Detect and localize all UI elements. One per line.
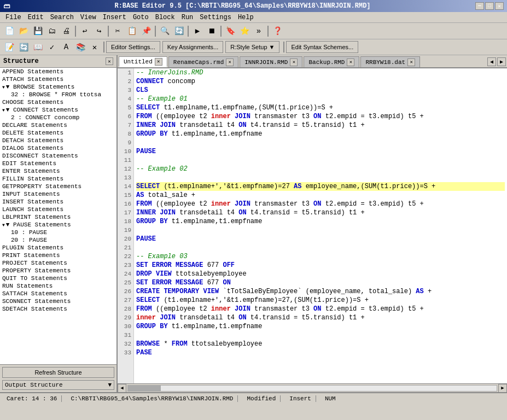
output-structure-dropdown[interactable]: Output Structure ▼ (2, 380, 114, 390)
minimize-button[interactable]: — (475, 2, 484, 10)
undo-button[interactable]: ↩ (78, 25, 91, 37)
paste-button[interactable]: 📌 (139, 25, 153, 37)
toolbar2-icon5[interactable]: A (60, 41, 73, 53)
menu-goto[interactable]: Goto (130, 13, 152, 22)
toolbar2-icon7[interactable]: ✕ (88, 41, 101, 53)
tab-close-button[interactable]: ✕ (155, 58, 162, 66)
menu-run[interactable]: Run (178, 13, 197, 22)
code-line[interactable]: INNER JOIN transdetail t4 ON t4.transid … (136, 121, 505, 130)
menu-file[interactable]: File (2, 13, 25, 22)
code-line[interactable]: -- Example 02 (136, 165, 505, 173)
editor-settings-button[interactable]: Editor Settings... (106, 41, 160, 53)
code-line[interactable]: -- Example 03 (136, 252, 505, 261)
tab-RRBYW18-dat[interactable]: RRBYW18.dat✕ (360, 56, 420, 67)
help-icon-button[interactable]: ❓ (271, 25, 284, 37)
toolbar2-icon2[interactable]: 🔄 (17, 41, 30, 53)
tree-item[interactable]: CHOOSE Statements (0, 98, 116, 106)
tree-item[interactable]: INSERT Statements (0, 198, 116, 206)
toolbar2-icon4[interactable]: ✓ (45, 41, 59, 53)
tree-item[interactable]: PROPERTY Statements (0, 267, 116, 275)
code-line[interactable]: inner JOIN transdetail t4 ON t4.transid … (136, 313, 505, 322)
tree-item[interactable]: INPUT Statements (0, 190, 116, 198)
code-line[interactable]: CREATE TEMPORARY VIEW `tTotSaleByEmploye… (136, 287, 505, 296)
code-line[interactable] (136, 156, 505, 165)
tab-Untitled[interactable]: Untitled✕ (119, 56, 167, 67)
code-line[interactable]: SELECT (t1.emplname+','&t1.empfname)=27 … (136, 182, 505, 191)
tree-item[interactable]: 20 : PAUSE (0, 236, 116, 244)
tree-item[interactable]: ▼ PAUSE Statements (0, 221, 116, 229)
tab-Backup-RMD[interactable]: Backup.RMD✕ (304, 56, 359, 67)
tree-item[interactable]: QUIT TO Statements (0, 275, 116, 282)
code-content[interactable]: -- InnerJoins.RMDCONNECT concompCLS-- Ex… (134, 68, 507, 383)
rstyle-setup-button[interactable]: R:Style Setup ▼ (225, 41, 279, 53)
save-file-button[interactable]: 💾 (31, 25, 44, 37)
tab-prev-button[interactable]: ◀ (487, 57, 496, 66)
code-line[interactable]: PASE (136, 348, 505, 357)
horizontal-scrollbar[interactable]: ◀ ▶ (118, 383, 507, 392)
tree-item[interactable]: ▼ BROWSE Statements (0, 83, 116, 91)
code-line[interactable]: GROUP BY t1.emplname,t1.empfname (136, 130, 505, 138)
tree-item[interactable]: ATTACH Statements (0, 75, 116, 83)
menu-insert[interactable]: Insert (100, 13, 130, 22)
code-line[interactable]: CONNECT concomp (136, 77, 505, 86)
replace-button[interactable]: 🔄 (172, 25, 185, 37)
tree-item[interactable]: FILLIN Statements (0, 175, 116, 183)
find-button[interactable]: 🔍 (158, 25, 171, 37)
tree-item[interactable]: DIALOG Statements (0, 144, 116, 152)
tree-item[interactable]: DELETE Statements (0, 129, 116, 137)
tab-close-button[interactable]: ✕ (226, 59, 234, 66)
code-line[interactable]: SELECT (t1.emplname+','&t1.empfname)=27,… (136, 296, 505, 305)
scroll-track[interactable] (127, 385, 497, 392)
refresh-structure-button[interactable]: Refresh Structure (2, 367, 114, 378)
code-line[interactable] (136, 243, 505, 252)
bookmark-button[interactable]: 🔖 (224, 25, 237, 37)
tree-item[interactable]: LBLPRINT Statements (0, 213, 116, 221)
maximize-button[interactable]: □ (485, 2, 494, 10)
code-line[interactable]: FROM ((employee t2 inner JOIN transmaste… (136, 305, 505, 313)
tree-item[interactable]: 2 : CONNECT concomp (0, 114, 116, 121)
tree-item[interactable]: DISCONNECT Statements (0, 152, 116, 160)
tree-item[interactable]: SCONNECT Statements (0, 298, 116, 305)
scroll-thumb[interactable] (128, 386, 161, 391)
toolbar2-icon1[interactable]: 📝 (3, 41, 16, 53)
tab-close-button[interactable]: ✕ (407, 59, 415, 66)
key-assignments-button[interactable]: Key Assignments... (162, 41, 224, 53)
tree-item[interactable]: PROJECT Statements (0, 259, 116, 267)
tree-item[interactable]: RUN Statements (0, 282, 116, 290)
print-button[interactable]: 🖨 (60, 25, 73, 37)
tab-RenameCaps-rmd[interactable]: RenameCaps.rmd✕ (168, 56, 238, 67)
code-line[interactable]: BROWSE * FROM ttotsalebyemployee (136, 340, 505, 348)
code-line[interactable]: INNER JOIN transdetail t4 ON t4.transid … (136, 208, 505, 217)
code-line[interactable]: SELECT t1.emplname,t1.empfname,(SUM(t1.p… (136, 103, 505, 112)
code-line[interactable]: CLS (136, 86, 505, 95)
menu-search[interactable]: Search (47, 13, 77, 22)
new-file-button[interactable]: 📄 (3, 25, 16, 37)
tree-item[interactable]: LAUNCH Statements (0, 206, 116, 213)
code-line[interactable] (136, 138, 505, 147)
structure-tree[interactable]: APPEND StatementsATTACH Statements▼ BROW… (0, 68, 116, 364)
menu-block[interactable]: Block (152, 13, 178, 22)
code-line[interactable] (136, 331, 505, 340)
code-line[interactable]: FROM ((employee t2 inner JOIN transmaste… (136, 200, 505, 208)
tab-next-button[interactable]: ▶ (497, 57, 506, 66)
tree-item[interactable]: 32 : BROWSE * FROM ttotsa (0, 91, 116, 98)
structure-close-button[interactable]: ✕ (106, 57, 113, 65)
menu-settings[interactable]: Settings (196, 13, 235, 22)
tree-item[interactable]: SDETACH Statements (0, 305, 116, 313)
code-line[interactable] (136, 226, 505, 235)
scroll-right-button[interactable]: ▶ (498, 384, 507, 393)
code-line[interactable]: SET ERROR MESSAGE 677 ON (136, 278, 505, 287)
tab-close-button[interactable]: ✕ (347, 59, 354, 66)
menu-view[interactable]: View (77, 13, 100, 22)
edit-syntax-schemes-button[interactable]: Edit Syntax Schemes... (286, 41, 358, 53)
tree-item[interactable]: ENTER Statements (0, 167, 116, 175)
menu-help[interactable]: Help (235, 13, 257, 22)
star-button[interactable]: ⭐ (238, 25, 251, 37)
tree-item[interactable]: 10 : PAUSE (0, 229, 116, 236)
toolbar2-icon6[interactable]: 📚 (74, 41, 87, 53)
redo-button[interactable]: ↪ (92, 25, 106, 37)
tree-item[interactable]: PLUGIN Statements (0, 244, 116, 252)
code-line[interactable]: PAUSE (136, 147, 505, 156)
code-line[interactable]: PAUSE (136, 235, 505, 243)
code-line[interactable]: AS total_sale + (136, 191, 505, 200)
